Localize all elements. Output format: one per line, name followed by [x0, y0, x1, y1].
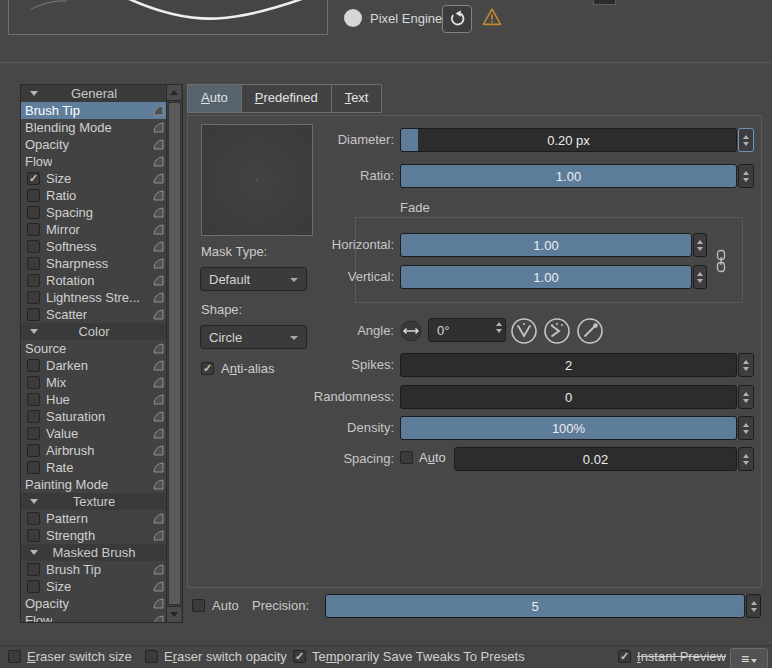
sidebar-item-darken[interactable]: Darken	[21, 357, 167, 374]
option-checkbox-lightness-stre[interactable]	[27, 291, 40, 304]
option-checkbox-size[interactable]: ✓	[27, 172, 40, 185]
sidebar-item-flow[interactable]: Flow	[21, 612, 167, 623]
option-checkbox-airbrush[interactable]	[27, 444, 40, 457]
sidebar-item-pattern[interactable]: Pattern	[21, 510, 167, 527]
diameter-slider[interactable]: 0.20 px	[400, 128, 737, 152]
statusbar-option-eraser-switch-size[interactable]: Eraser switch size	[8, 649, 132, 664]
sidebar-item-size[interactable]: Size	[21, 578, 167, 595]
sidebar-section-color[interactable]: Color	[21, 323, 167, 340]
option-checkbox-darken[interactable]	[27, 359, 40, 372]
option-checkbox-hue[interactable]	[27, 393, 40, 406]
sidebar-item-brush-tip[interactable]: Brush Tip	[21, 102, 167, 119]
option-checkbox-mix[interactable]	[27, 376, 40, 389]
statusbar-checkbox-instant-preview[interactable]: ✓	[618, 650, 631, 663]
option-checkbox-ratio[interactable]	[27, 189, 40, 202]
option-checkbox-scatter[interactable]	[27, 308, 40, 321]
horizontal-spinner[interactable]	[693, 233, 707, 257]
spacing-auto-checkbox[interactable]	[400, 451, 413, 464]
sidebar-section-texture[interactable]: Texture	[21, 493, 167, 510]
spin-up-icon[interactable]	[496, 322, 502, 326]
statusbar-option-temporarily-save-tweaks-to-presets[interactable]: ✓Temporarily Save Tweaks To Presets	[293, 649, 525, 664]
sidebar-item-hue[interactable]: Hue	[21, 391, 167, 408]
sidebar-item-scatter[interactable]: Scatter	[21, 306, 167, 323]
spikes-slider[interactable]: 2	[400, 353, 737, 377]
ratio-spinner[interactable]	[738, 164, 754, 188]
tab-predefined[interactable]: Predefined	[242, 85, 332, 112]
sidebar-item-source[interactable]: Source	[21, 340, 167, 357]
sidebar-item-rotation[interactable]: Rotation	[21, 272, 167, 289]
option-checkbox-saturation[interactable]	[27, 410, 40, 423]
density-slider[interactable]: 100%	[400, 416, 737, 440]
sidebar-item-size[interactable]: ✓Size	[21, 170, 167, 187]
vertical-spinner[interactable]	[693, 265, 707, 289]
sidebar-section-general[interactable]: General	[21, 85, 167, 102]
tab-text[interactable]: Text	[332, 85, 382, 112]
sidebar-item-brush-tip[interactable]: Brush Tip	[21, 561, 167, 578]
spikes-spinner[interactable]	[738, 353, 754, 377]
spin-down-icon[interactable]	[496, 329, 502, 333]
scrollbar-handle[interactable]	[168, 102, 181, 605]
sidebar-item-opacity[interactable]: Opacity	[21, 595, 167, 612]
precision-slider[interactable]: 5	[325, 594, 745, 618]
option-checkbox-pattern[interactable]	[27, 512, 40, 525]
statusbar-option-eraser-switch-opacity[interactable]: Eraser switch opacity	[145, 649, 287, 664]
ratio-slider[interactable]: 1.00	[400, 164, 737, 188]
angle-fan-button[interactable]	[510, 317, 538, 345]
spacing-auto-option[interactable]: Auto	[400, 450, 446, 465]
option-checkbox-size[interactable]	[27, 580, 40, 593]
option-checkbox-brush-tip[interactable]	[27, 563, 40, 576]
horizontal-slider[interactable]: 1.00	[400, 233, 692, 257]
angle-dial-icon[interactable]	[400, 320, 422, 342]
density-spinner[interactable]	[738, 416, 754, 440]
option-checkbox-softness[interactable]	[27, 240, 40, 253]
sidebar-item-painting-mode[interactable]: Painting Mode	[21, 476, 167, 493]
option-checkbox-strength[interactable]	[27, 529, 40, 542]
sidebar-item-airbrush[interactable]: Airbrush	[21, 442, 167, 459]
scroll-up-button[interactable]	[167, 85, 181, 101]
reload-preset-button[interactable]	[442, 5, 472, 33]
scroll-down-button[interactable]	[167, 606, 181, 622]
randomness-slider[interactable]: 0	[400, 385, 737, 409]
sidebar-item-blending-mode[interactable]: Blending Mode	[21, 119, 167, 136]
spacing-spinner[interactable]	[738, 447, 754, 471]
statusbar-option-instant-preview[interactable]: ✓Instant Preview	[618, 649, 726, 664]
angle-spinbox[interactable]: 0°	[428, 318, 506, 342]
option-checkbox-spacing[interactable]	[27, 206, 40, 219]
angle-left-button[interactable]	[543, 317, 571, 345]
vertical-slider[interactable]: 1.00	[400, 265, 692, 289]
statusbar-checkbox-eraser-switch-size[interactable]	[8, 650, 21, 663]
sidebar-item-ratio[interactable]: Ratio	[21, 187, 167, 204]
sidebar-item-opacity[interactable]: Opacity	[21, 136, 167, 153]
option-checkbox-rate[interactable]	[27, 461, 40, 474]
option-checkbox-rotation[interactable]	[27, 274, 40, 287]
option-checkbox-mirror[interactable]	[27, 223, 40, 236]
option-checkbox-sharpness[interactable]	[27, 257, 40, 270]
sidebar-item-saturation[interactable]: Saturation	[21, 408, 167, 425]
sidebar-item-mirror[interactable]: Mirror	[21, 221, 167, 238]
sidebar-item-sharpness[interactable]: Sharpness	[21, 255, 167, 272]
precision-spinner[interactable]	[746, 594, 761, 618]
list-scrollbar[interactable]	[166, 85, 182, 622]
spacing-slider[interactable]: 0.02	[454, 447, 737, 471]
sidebar-item-flow[interactable]: Flow	[21, 153, 167, 170]
sidebar-item-lightness-stre[interactable]: Lightness Stre...	[21, 289, 167, 306]
sidebar-item-mix[interactable]: Mix	[21, 374, 167, 391]
randomness-spinner[interactable]	[738, 385, 754, 409]
sidebar-section-masked-brush[interactable]: Masked Brush	[21, 544, 167, 561]
sidebar-item-softness[interactable]: Softness	[21, 238, 167, 255]
statusbar-checkbox-temporarily-save-tweaks-to-presets[interactable]: ✓	[293, 650, 306, 663]
link-fade-icon[interactable]	[715, 249, 727, 273]
sidebar-item-spacing[interactable]: Spacing	[21, 204, 167, 221]
spacing-auto-label: Auto	[419, 450, 446, 465]
precision-auto-checkbox[interactable]	[192, 599, 205, 612]
option-checkbox-value[interactable]	[27, 427, 40, 440]
statusbar-checkbox-eraser-switch-opacity[interactable]	[145, 650, 158, 663]
sidebar-item-rate[interactable]: Rate	[21, 459, 167, 476]
tab-auto[interactable]: Auto	[188, 85, 242, 112]
sidebar-item-value[interactable]: Value	[21, 425, 167, 442]
hamburger-menu-button[interactable]: ≡	[730, 648, 768, 668]
sidebar-item-strength[interactable]: Strength	[21, 527, 167, 544]
option-label: Ratio	[46, 188, 76, 203]
diameter-spinner[interactable]	[738, 128, 754, 152]
angle-diagonal-button[interactable]	[576, 317, 604, 345]
